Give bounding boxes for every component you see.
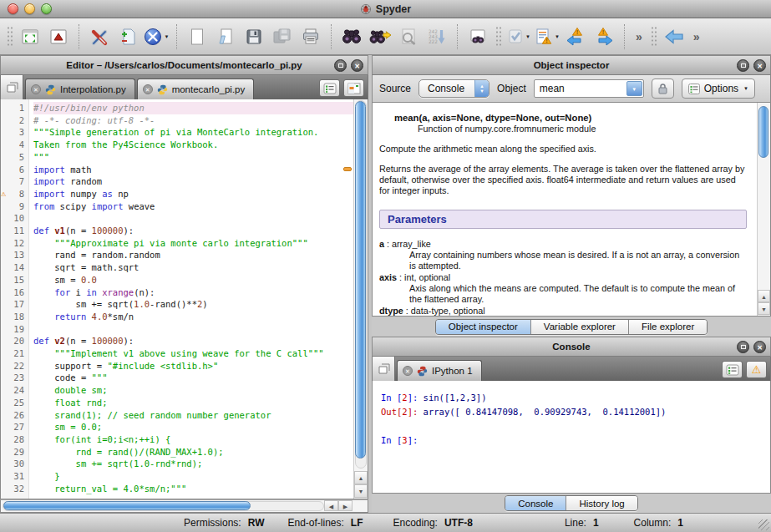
- tab-montecarlo_pi.py[interactable]: ✕montecarlo_pi.py: [137, 79, 255, 99]
- code-line[interactable]: sm = 0.0: [33, 274, 368, 286]
- scroll-thumb[interactable]: [355, 101, 366, 459]
- line-number[interactable]: ⚠8: [1, 188, 28, 200]
- editor-code-area[interactable]: 1234567⚠89101112131415161718192021222324…: [0, 99, 368, 499]
- line-number[interactable]: 13: [1, 249, 28, 261]
- toolbar-overflow-icon[interactable]: »: [631, 30, 647, 43]
- line-number[interactable]: 4: [1, 139, 28, 151]
- line-number[interactable]: 14: [1, 261, 28, 274]
- minimize-window-button[interactable]: [24, 3, 35, 14]
- object-combobox[interactable]: mean ▼: [534, 79, 644, 98]
- code-line[interactable]: import numpy as np: [33, 188, 368, 200]
- show-tab-list-button[interactable]: [319, 79, 340, 97]
- code-line[interactable]: [33, 212, 368, 225]
- tab-Console[interactable]: Console: [505, 496, 566, 510]
- code-line[interactable]: float rnd;: [33, 397, 368, 409]
- inspector-pane-header[interactable]: Object inspector ✕: [372, 55, 771, 75]
- code-line[interactable]: for(int i=0;i<n;++i) {: [33, 433, 368, 446]
- code-line[interactable]: return 4.0*sm/n: [33, 311, 368, 323]
- code-line[interactable]: def v1(n = 100000):: [33, 225, 368, 237]
- undock-pane-button[interactable]: [737, 341, 749, 353]
- dropdown-arrow-icon[interactable]: ▼: [165, 34, 170, 39]
- editor-pane-header[interactable]: Editor – /Users/carlos/Documents/monteca…: [0, 55, 368, 75]
- code-line[interactable]: rnd = rand()/(RAND_MAX+1.0);: [33, 446, 368, 459]
- tab-IPython 1[interactable]: ✕IPython 1: [397, 360, 482, 381]
- resize-grip-icon[interactable]: [758, 519, 769, 530]
- line-number[interactable]: 24: [1, 384, 28, 397]
- save-all-button[interactable]: [268, 22, 297, 52]
- source-select[interactable]: Console ▲▼: [418, 79, 489, 98]
- line-number[interactable]: 15: [1, 274, 28, 286]
- code-line[interactable]: [33, 323, 368, 336]
- scroll-up-icon[interactable]: ▲: [354, 471, 368, 484]
- code-line[interactable]: # -*- coding: utf-8 -*-: [33, 114, 368, 127]
- line-number[interactable]: 2: [1, 114, 28, 127]
- scroll-right-icon[interactable]: ▶: [338, 500, 353, 511]
- line-number[interactable]: 10: [1, 212, 28, 225]
- code-line[interactable]: def v2(n = 100000):: [33, 335, 368, 347]
- scrollbar-warning-flag[interactable]: [343, 167, 352, 171]
- code-line[interactable]: }: [33, 470, 368, 483]
- line-number[interactable]: 11: [1, 225, 28, 237]
- scroll-thumb[interactable]: [3, 501, 251, 510]
- code-line[interactable]: import math: [33, 164, 368, 176]
- maximize-pane-button[interactable]: [16, 22, 44, 52]
- editor-vertical-scrollbar[interactable]: ▲ ▼: [353, 99, 368, 499]
- line-number[interactable]: 9: [1, 200, 28, 213]
- line-number[interactable]: 19: [1, 323, 28, 336]
- next-warning-button[interactable]: !: [590, 22, 618, 52]
- line-number[interactable]: 1: [1, 102, 28, 114]
- code-line[interactable]: """Implement v1 above using weave for th…: [33, 347, 368, 360]
- code-line[interactable]: #!/usr/bin/env python: [33, 102, 368, 114]
- code-line[interactable]: sm += sqrt(1.0-rand()**2): [33, 298, 368, 311]
- line-number[interactable]: 23: [1, 372, 28, 384]
- replace-button[interactable]: [366, 22, 394, 52]
- close-tab-icon[interactable]: ✕: [31, 84, 41, 94]
- editor-horizontal-scrollbar[interactable]: ◀ ▶: [0, 499, 368, 513]
- line-number[interactable]: 20: [1, 335, 28, 347]
- close-pane-button[interactable]: ✕: [753, 341, 766, 353]
- popup-stepper-icon[interactable]: ▲▼: [474, 80, 489, 97]
- code-line[interactable]: """: [33, 151, 368, 164]
- code-line[interactable]: """Approximate pi via monte carlo integr…: [33, 237, 368, 250]
- scroll-down-icon[interactable]: ▼: [758, 302, 770, 315]
- line-number[interactable]: 28: [1, 433, 28, 446]
- find-in-files-button[interactable]: [394, 22, 423, 52]
- line-number[interactable]: 6: [1, 164, 28, 176]
- code-line[interactable]: for i in xrange(n):: [33, 286, 368, 299]
- scroll-thumb[interactable]: [758, 106, 768, 158]
- zoom-window-button[interactable]: [41, 3, 52, 14]
- new-window-button[interactable]: [114, 22, 142, 52]
- previous-warning-button[interactable]: !: [561, 22, 590, 52]
- console-interrupt-button[interactable]: ⚠: [746, 361, 767, 378]
- options-button[interactable]: Options ▼: [682, 79, 755, 99]
- browse-tabs-button[interactable]: [373, 357, 395, 381]
- find-button[interactable]: [337, 22, 366, 52]
- close-pane-button[interactable]: ✕: [351, 59, 363, 72]
- code-line[interactable]: code = """: [33, 372, 368, 384]
- tab-Variable explorer[interactable]: Variable explorer: [530, 320, 628, 334]
- find-in-editor-button[interactable]: [464, 22, 492, 52]
- line-number[interactable]: 21: [1, 347, 28, 360]
- code-line[interactable]: import random: [33, 175, 368, 188]
- line-number[interactable]: 32: [1, 483, 28, 495]
- code-line[interactable]: srand(1); // seed random number generato…: [33, 409, 368, 422]
- dropdown-arrow-icon[interactable]: ▼: [555, 34, 560, 39]
- code-line[interactable]: sm += sqrt(1.0-rnd*rnd);: [33, 458, 368, 470]
- close-pane-button[interactable]: ✕: [753, 59, 766, 72]
- code-line[interactable]: sqrt = math.sqrt: [33, 261, 368, 274]
- line-number[interactable]: 16: [1, 286, 28, 299]
- scroll-left-icon[interactable]: ◀: [324, 500, 338, 511]
- open-file-button[interactable]: [211, 22, 240, 52]
- tab-Object inspector[interactable]: Object inspector: [436, 320, 530, 334]
- line-number[interactable]: 12: [1, 237, 28, 250]
- close-tab-icon[interactable]: ✕: [143, 84, 153, 94]
- todo-list-button[interactable]: ▼: [505, 22, 533, 52]
- dropdown-arrow-icon[interactable]: ▼: [525, 34, 530, 39]
- tools-button[interactable]: [85, 22, 114, 52]
- new-file-button[interactable]: [183, 22, 211, 52]
- line-number[interactable]: 29: [1, 446, 28, 459]
- line-number[interactable]: 26: [1, 409, 28, 422]
- code-line[interactable]: from scipy import weave: [33, 200, 368, 213]
- title-bar[interactable]: Spyder: [0, 0, 771, 18]
- undock-pane-button[interactable]: [737, 59, 749, 72]
